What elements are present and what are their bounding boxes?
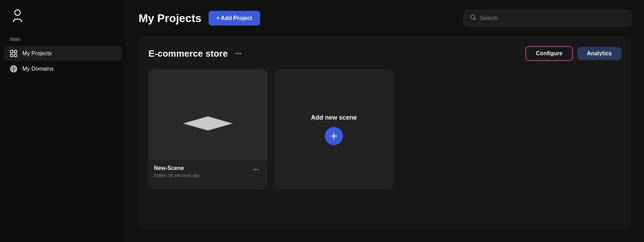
project-menu-button[interactable] [232, 49, 245, 58]
svg-marker-16 [183, 116, 232, 130]
svg-rect-2 [14, 50, 17, 53]
sidebar-section-label: Main [0, 36, 126, 46]
scene-dots-icon [253, 166, 259, 173]
scene-thumbnail [148, 69, 267, 160]
sidebar-logo [0, 8, 126, 36]
configure-button[interactable]: Configure [525, 46, 573, 61]
header-left: My Projects + Add Project [139, 11, 260, 26]
scene-menu-button[interactable] [250, 165, 262, 174]
add-project-button[interactable]: + Add Project [209, 11, 260, 26]
svg-point-17 [253, 169, 254, 170]
main-content: My Projects + Add Project E-commerce sto… [126, 0, 644, 242]
svg-point-18 [255, 169, 257, 170]
dots-icon [235, 50, 242, 57]
search-input[interactable] [480, 15, 625, 21]
sidebar-nav: My Projects My Domains [0, 46, 126, 76]
header: My Projects + Add Project [126, 0, 644, 36]
svg-point-0 [15, 10, 20, 15]
project-area: E-commerce store Configure Analytics [126, 36, 644, 242]
project-name: E-commerce store [148, 48, 228, 59]
project-card: E-commerce store Configure Analytics [139, 36, 631, 229]
svg-line-11 [474, 19, 476, 20]
project-header: E-commerce store Configure Analytics [148, 46, 622, 61]
plus-icon [330, 132, 338, 140]
scene-name: New-Scene [154, 165, 200, 171]
scenes-grid: New-Scene Edited 56 seconds ago [148, 69, 622, 190]
svg-point-13 [238, 53, 239, 54]
svg-rect-1 [10, 50, 13, 53]
add-scene-card[interactable]: Add new scene [274, 69, 393, 190]
scene-card[interactable]: New-Scene Edited 56 seconds ago [148, 69, 267, 190]
sidebar: Main My Projects [0, 0, 126, 242]
add-scene-label: Add new scene [311, 114, 357, 121]
page-title: My Projects [139, 12, 202, 25]
search-bar[interactable] [463, 10, 631, 27]
analytics-button[interactable]: Analytics [577, 47, 622, 60]
svg-rect-3 [10, 54, 13, 57]
project-header-left: E-commerce store [148, 48, 245, 59]
scene-info: New-Scene Edited 56 seconds ago [148, 160, 267, 184]
sidebar-item-label-my-domains: My Domains [22, 66, 54, 72]
globe-icon [10, 65, 18, 73]
svg-rect-4 [14, 54, 17, 57]
app-logo-icon [10, 8, 25, 24]
sidebar-item-my-domains[interactable]: My Domains [4, 62, 122, 76]
project-header-right: Configure Analytics [525, 46, 622, 61]
grid-icon [10, 50, 18, 57]
scene-edited-time: Edited 56 seconds ago [154, 173, 200, 178]
sidebar-item-label-my-projects: My Projects [22, 50, 52, 57]
svg-point-19 [257, 169, 259, 170]
plane-3d-icon [173, 99, 243, 130]
sidebar-item-my-projects[interactable]: My Projects [4, 46, 122, 61]
svg-point-12 [236, 53, 237, 54]
add-scene-button[interactable] [325, 127, 343, 145]
search-icon [470, 14, 476, 22]
scene-info-text: New-Scene Edited 56 seconds ago [154, 165, 200, 178]
svg-point-14 [240, 53, 241, 54]
